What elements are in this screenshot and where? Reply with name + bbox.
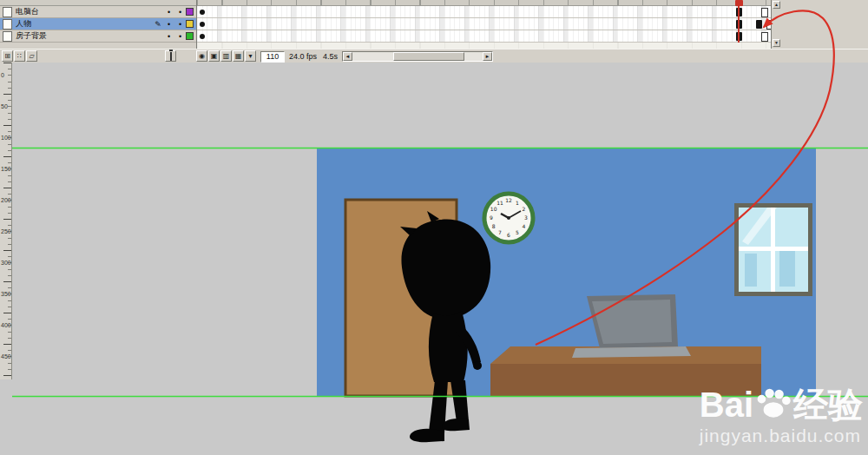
clock-number: 4 — [522, 223, 525, 229]
wall-clock[interactable]: 121234567891011 — [484, 194, 533, 242]
insert-layer-folder-button[interactable]: ▱ — [26, 50, 37, 62]
clock-number: 11 — [496, 200, 503, 206]
scroll-left-button[interactable]: ◄ — [343, 52, 352, 61]
layer-outline-color-swatch[interactable] — [186, 20, 194, 28]
trash-icon — [170, 52, 172, 61]
frames-empty-area — [197, 43, 771, 49]
clock-number: 6 — [507, 232, 510, 238]
ruler-label: 350 — [1, 291, 11, 297]
layer-lock-dot[interactable]: • — [174, 8, 186, 16]
scroll-up-button[interactable]: ▲ — [773, 1, 780, 9]
ruler-label: 0 — [1, 72, 4, 78]
timeline-horizontal-scrollbar[interactable]: ◄ ► — [342, 51, 493, 62]
keyframe[interactable] — [756, 20, 762, 29]
edit-multiple-frames-button[interactable]: ▦ — [233, 50, 244, 62]
layer-lock-dot[interactable]: • — [174, 32, 186, 41]
onion-skin-outlines-button[interactable]: ▥ — [220, 50, 232, 62]
frame-end-marker[interactable] — [761, 8, 768, 17]
timeline-vertical-scrollbar[interactable]: ▲ ▼ — [771, 0, 780, 49]
room-window[interactable] — [734, 203, 812, 296]
layer-visibility-dot[interactable]: • — [163, 32, 174, 41]
add-motion-guide-button[interactable]: ∷ — [14, 50, 25, 62]
layer-row-character[interactable]: 人物 ✎ • • — [0, 18, 196, 30]
ruler-label: 450 — [1, 353, 11, 359]
scroll-right-button[interactable]: ► — [483, 52, 492, 61]
watermark-brand: Bai 经验 — [700, 386, 863, 424]
layer-lock-dot[interactable]: • — [174, 20, 186, 29]
window-reflection-right — [779, 248, 795, 287]
frame-end-marker[interactable] — [761, 32, 768, 42]
layers-panel-header — [0, 0, 196, 6]
frame-track[interactable] — [197, 30, 771, 43]
window-reflection-left — [745, 254, 757, 287]
clock-number: 7 — [498, 229, 502, 235]
layer-visibility-dot[interactable]: • — [163, 20, 174, 29]
window-mullion-horizontal — [739, 247, 808, 251]
frames-area[interactable] — [196, 0, 771, 49]
ruler-label: 100 — [1, 135, 11, 141]
ruler-label: 300 — [1, 260, 11, 266]
modify-markers-button[interactable]: ▾ — [245, 50, 256, 62]
layer-name: 人物 — [16, 18, 153, 30]
ruler-label: 400 — [1, 322, 11, 328]
layer-outline-color-swatch[interactable] — [186, 32, 194, 40]
playhead-handle[interactable] — [735, 0, 743, 6]
laptop-base — [572, 346, 691, 358]
frame-number-ruler[interactable] — [197, 0, 771, 6]
frame-rate-label[interactable]: 24.0 fps — [289, 52, 317, 61]
center-frame-button[interactable]: ◉ — [196, 50, 207, 62]
onion-skin-button[interactable]: ▣ — [208, 50, 220, 62]
layer-name: 电脑台 — [16, 6, 163, 17]
layer-row-house-background[interactable]: 房子背景 ✎ • • — [0, 30, 196, 43]
frame-track[interactable] — [197, 18, 771, 30]
clock-number: 9 — [490, 214, 493, 221]
playhead-line[interactable] — [738, 0, 740, 43]
current-frame-field[interactable]: 110 — [260, 51, 285, 63]
clock-center — [507, 216, 510, 220]
keyframe[interactable] — [200, 34, 205, 39]
ruler-label: 200 — [1, 197, 11, 203]
ruler-label: 50 — [1, 103, 8, 109]
delete-layer-button[interactable] — [165, 50, 176, 62]
clock-number: 2 — [522, 206, 525, 212]
ruler-label: 250 — [1, 228, 11, 234]
layers-panel: 电脑台 ✎ • • 人物 ✎ • • 房子背景 ✎ • • — [0, 0, 196, 49]
layer-visibility-dot[interactable]: • — [163, 8, 174, 16]
watermark-brand-prefix: Bai — [700, 387, 753, 422]
clock-number: 3 — [524, 214, 528, 221]
elapsed-time-label: 4.5s — [323, 52, 338, 61]
keyframe[interactable] — [200, 22, 205, 27]
clock-number: 10 — [490, 206, 497, 212]
editing-pencil-icon: ✎ — [153, 20, 163, 29]
ruler-label: 150 — [1, 166, 11, 172]
frame-track[interactable] — [197, 6, 771, 18]
watermark-url: jingyan.baidu.com — [700, 425, 863, 446]
clock-number: 5 — [516, 229, 519, 235]
scroll-down-button[interactable]: ▼ — [773, 39, 780, 47]
laptop-screen-inner — [592, 300, 672, 344]
watermark-brand-suffix: 经验 — [793, 387, 863, 422]
layer-row-computer-desk[interactable]: 电脑台 ✎ • • — [0, 6, 196, 18]
layer-page-icon — [3, 31, 12, 42]
layer-page-icon — [3, 7, 12, 17]
baidu-paw-icon — [755, 386, 792, 420]
clock-number: 12 — [505, 197, 512, 203]
layer-name: 房子背景 — [16, 30, 163, 42]
baidu-watermark: Bai 经验 jingyan.baidu.com — [700, 386, 863, 446]
layer-outline-color-swatch[interactable] — [186, 8, 194, 16]
timeline-panel: 电脑台 ✎ • • 人物 ✎ • • 房子背景 ✎ • • — [0, 0, 868, 63]
clock-number: 1 — [516, 200, 519, 206]
scrollbar-thumb[interactable] — [393, 52, 464, 61]
timeline-status-bar: ⊞ ∷ ▱ ◉ ▣ ▥ ▦ ▾ 110 24.0 fps 4.5s ◄ ► — [0, 49, 868, 63]
flash-editor-window: 121234567891011 — [0, 0, 868, 455]
clock-number: 8 — [492, 223, 496, 229]
insert-layer-button[interactable]: ⊞ — [2, 50, 13, 62]
layer-page-icon — [3, 19, 12, 30]
keyframe[interactable] — [200, 10, 205, 15]
